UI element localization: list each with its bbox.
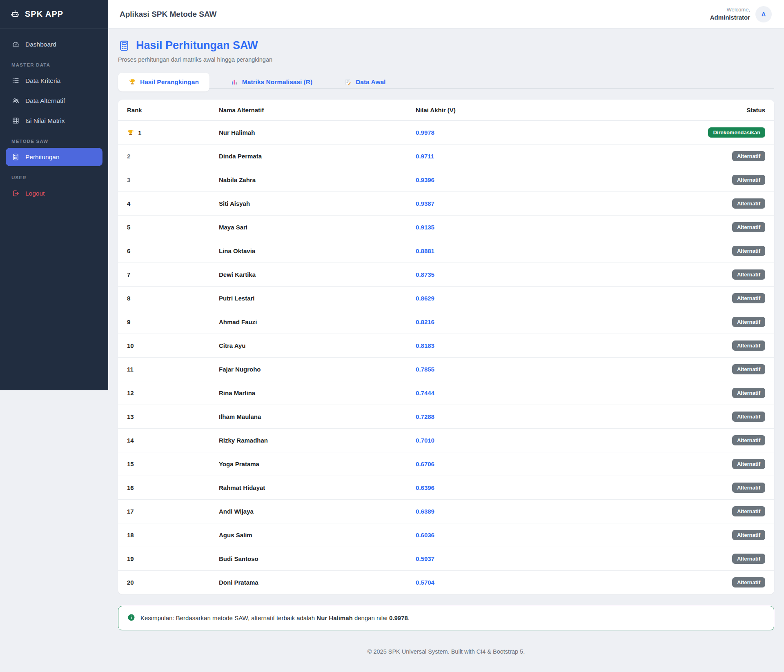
calculator-icon <box>118 40 130 52</box>
sidebar-item-label: Perhitungan <box>25 154 60 161</box>
column-header-status: Status <box>676 100 774 121</box>
rank-cell: 14 <box>118 429 210 452</box>
sidebar-nav: DashboardMASTER DATA Data Kriteria Data … <box>0 29 108 211</box>
dashboard-icon <box>12 40 20 48</box>
tab-label: Data Awal <box>356 78 385 86</box>
status-cell: Alternatif <box>676 192 774 216</box>
page-head: Hasil Perhitungan SAW <box>118 39 774 52</box>
user-box: Welcome, Administrator A <box>710 6 772 22</box>
status-cell: Alternatif <box>676 287 774 310</box>
status-cell: Alternatif <box>676 381 774 405</box>
value-cell: 0.5704 <box>407 571 676 594</box>
name-cell: Dinda Permata <box>210 145 407 168</box>
logout-icon <box>12 189 20 197</box>
status-cell: Alternatif <box>676 216 774 239</box>
name-cell: Doni Pratama <box>210 571 407 594</box>
tab-data-awal[interactable]: Data Awal <box>334 73 396 91</box>
value-cell: 0.9396 <box>407 168 676 192</box>
name-cell: Citra Ayu <box>210 334 407 358</box>
status-badge: Alternatif <box>732 554 765 564</box>
table-row: 6 Lina Oktavia 0.8881 Alternatif <box>118 239 774 263</box>
tab-hasil-perangkingan[interactable]: Hasil Perangkingan <box>118 73 209 91</box>
rank-cell: 5 <box>118 216 210 239</box>
status-cell: Alternatif <box>676 334 774 358</box>
sidebar-item-dashboard[interactable]: Dashboard <box>6 35 102 53</box>
rank-cell: 19 <box>118 547 210 571</box>
results-card: RankNama AlternatifNilai Akhir (V)Status… <box>118 100 774 594</box>
sidebar-section-label: MASTER DATA <box>6 55 102 71</box>
value-cell: 0.7010 <box>407 429 676 452</box>
table-row: 20 Doni Pratama 0.5704 Alternatif <box>118 571 774 594</box>
username: Administrator <box>710 13 750 22</box>
value-cell: 0.6396 <box>407 476 676 500</box>
rank-cell: 9 <box>118 310 210 334</box>
avatar[interactable]: A <box>755 6 772 22</box>
sidebar-item-data-alternatif[interactable]: Data Alternatif <box>6 91 102 110</box>
value-cell: 0.5937 <box>407 547 676 571</box>
rank-cell: 6 <box>118 239 210 263</box>
page-subtitle: Proses perhitungan dari matriks awal hin… <box>118 56 774 63</box>
name-cell: Lina Oktavia <box>210 239 407 263</box>
sidebar-item-label: Isi Nilai Matrix <box>25 117 65 125</box>
table-body: 1 Nur Halimah 0.9978 Direkomendasikan 2 … <box>118 121 774 594</box>
status-badge: Alternatif <box>732 364 765 374</box>
sidebar-item-data-kriteria[interactable]: Data Kriteria <box>6 71 102 90</box>
status-cell: Alternatif <box>676 476 774 500</box>
table-row: 5 Maya Sari 0.9135 Alternatif <box>118 216 774 239</box>
table-row: 13 Ilham Maulana 0.7288 Alternatif <box>118 405 774 429</box>
sidebar-item-perhitungan[interactable]: Perhitungan <box>6 148 102 166</box>
rank-cell: 12 <box>118 381 210 405</box>
results-table: RankNama AlternatifNilai Akhir (V)Status… <box>118 100 774 594</box>
status-badge: Alternatif <box>732 506 765 516</box>
trophy-icon <box>129 78 136 86</box>
table-row: 10 Citra Ayu 0.8183 Alternatif <box>118 334 774 358</box>
status-cell: Alternatif <box>676 263 774 287</box>
name-cell: Agus Salim <box>210 523 407 547</box>
column-header-rank: Rank <box>118 100 210 121</box>
sidebar-section-label: METODE SAW <box>6 131 102 148</box>
page-title: Hasil Perhitungan SAW <box>136 39 258 52</box>
sidebar-item-label: Data Alternatif <box>25 97 65 105</box>
rank-cell: 10 <box>118 334 210 358</box>
rank-cell: 11 <box>118 358 210 381</box>
sidebar-item-isi-nilai-matrix[interactable]: Isi Nilai Matrix <box>6 111 102 130</box>
name-cell: Rizky Ramadhan <box>210 429 407 452</box>
name-cell: Putri Lestari <box>210 287 407 310</box>
status-badge: Alternatif <box>732 151 765 161</box>
list-icon <box>12 77 20 85</box>
name-cell: Nur Halimah <box>210 121 407 145</box>
conclusion-suffix: . <box>408 614 410 621</box>
table-row: 11 Fajar Nugroho 0.7855 Alternatif <box>118 358 774 381</box>
name-cell: Ahmad Fauzi <box>210 310 407 334</box>
trophy-icon <box>127 129 134 136</box>
status-cell: Alternatif <box>676 405 774 429</box>
table-row: 8 Putri Lestari 0.8629 Alternatif <box>118 287 774 310</box>
name-cell: Yoga Pratama <box>210 452 407 476</box>
status-cell: Alternatif <box>676 358 774 381</box>
brand-title: SPK APP <box>25 9 63 19</box>
conclusion-text: Kesimpulan: Berdasarkan metode SAW, alte… <box>140 614 410 622</box>
tab-matriks-normalisasi-r[interactable]: Matriks Normalisasi (R) <box>220 73 323 91</box>
name-cell: Dewi Kartika <box>210 263 407 287</box>
table-row: 15 Yoga Pratama 0.6706 Alternatif <box>118 452 774 476</box>
status-badge: Alternatif <box>732 483 765 493</box>
value-cell: 0.8881 <box>407 239 676 263</box>
status-badge: Alternatif <box>732 577 765 587</box>
rank-cell: 16 <box>118 476 210 500</box>
status-cell: Alternatif <box>676 145 774 168</box>
sidebar-item-logout[interactable]: Logout <box>6 184 102 202</box>
column-header-nama-alternatif: Nama Alternatif <box>210 100 407 121</box>
status-cell: Alternatif <box>676 500 774 523</box>
status-cell: Alternatif <box>676 429 774 452</box>
value-cell: 0.8735 <box>407 263 676 287</box>
tab-bar: Hasil Perangkingan Matriks Normalisasi (… <box>118 73 774 91</box>
status-badge: Alternatif <box>732 435 765 445</box>
rank-cell: 13 <box>118 405 210 429</box>
value-cell: 0.6036 <box>407 523 676 547</box>
status-badge: Alternatif <box>732 293 765 303</box>
name-cell: Nabila Zahra <box>210 168 407 192</box>
footer: © 2025 SPK Universal System. Built with … <box>118 630 774 670</box>
bar-chart-icon <box>231 78 238 86</box>
status-badge: Alternatif <box>732 269 765 280</box>
name-cell: Fajar Nugroho <box>210 358 407 381</box>
